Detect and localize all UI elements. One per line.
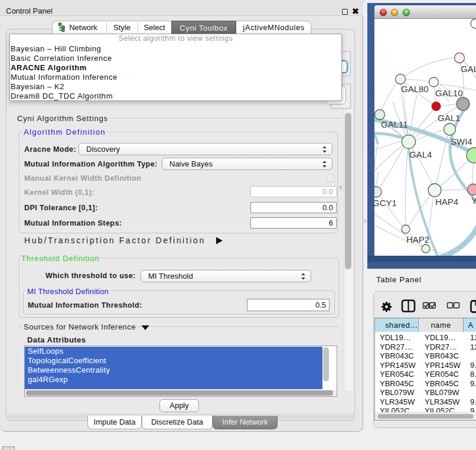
svg-text:GAL1: GAL1 [438, 113, 460, 123]
svg-text:SWI4: SWI4 [451, 136, 472, 146]
svg-text:GAL80: GAL80 [401, 84, 429, 94]
svg-text:YD: YD [471, 195, 476, 206]
svg-text:HAP2: HAP2 [406, 234, 429, 244]
svg-text:GAL10: GAL10 [435, 88, 463, 98]
svg-text:GCY1: GCY1 [374, 198, 397, 208]
svg-text:GAL11: GAL11 [381, 119, 408, 129]
svg-text:GAL7: GAL7 [461, 64, 476, 74]
svg-text:GAL4: GAL4 [409, 149, 432, 159]
svg-text:HAP4: HAP4 [435, 197, 458, 207]
